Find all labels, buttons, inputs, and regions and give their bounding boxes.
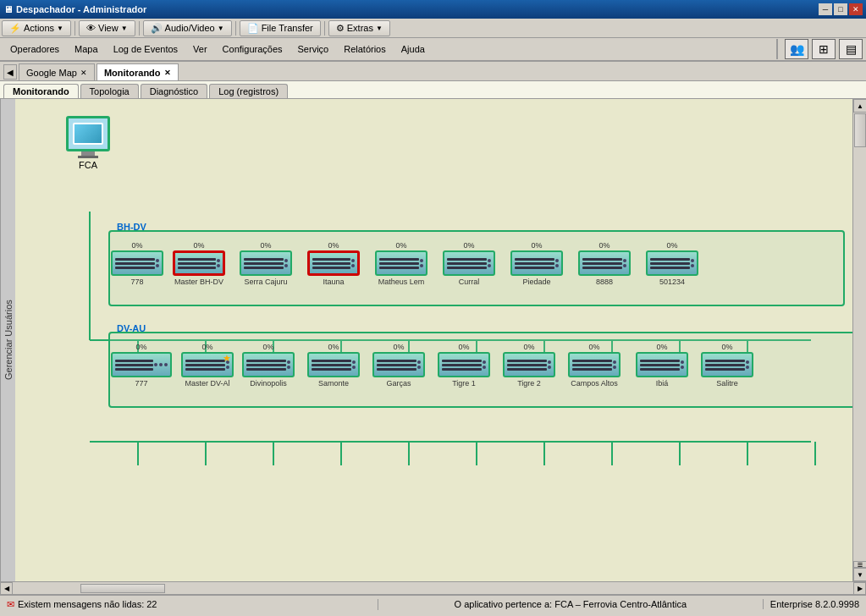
- device-tigre1-name: Tigre 1: [452, 379, 476, 388]
- device-campos-altos[interactable]: 0% Campos Altos: [568, 343, 621, 388]
- device-itauna[interactable]: 0% Itauna: [307, 241, 360, 286]
- device-778-icon: [111, 250, 163, 276]
- device-serra-cajuru[interactable]: 0% Serra Cajuru: [240, 241, 292, 286]
- scroll-left-button[interactable]: ◀: [0, 582, 13, 595]
- lightning-icon: ⚡: [9, 23, 21, 34]
- device-dots: [156, 259, 159, 267]
- eye-icon: 👁: [86, 23, 96, 33]
- h-scroll-thumb[interactable]: [80, 584, 165, 593]
- tab-nav-left[interactable]: ◀: [3, 64, 17, 80]
- sub-tab-diagnostico[interactable]: Diagnóstico: [141, 84, 207, 98]
- device-divinopolis[interactable]: 0% Divinopolis: [242, 343, 295, 388]
- device-divinopolis-name: Divinopolis: [250, 379, 287, 388]
- menubar-icons: 👥 ⊞ ▤: [776, 39, 863, 59]
- app-icon: 🖥: [3, 4, 13, 14]
- view-button[interactable]: 👁 View ▼: [79, 20, 135, 36]
- status-message: Existem mensagens não lidas: 22: [18, 599, 157, 609]
- sub-tab-log[interactable]: Log (registros): [209, 84, 288, 98]
- menu-relatorios[interactable]: Relatórios: [337, 41, 393, 57]
- menu-ajuda[interactable]: Ajuda: [394, 41, 432, 57]
- device-matheus-lem[interactable]: 0% Matheus Lem: [375, 241, 427, 286]
- panel-icon[interactable]: ▤: [839, 39, 863, 59]
- audio-video-button[interactable]: 🔊 Audio/Video ▼: [143, 20, 232, 36]
- device-778-name: 778: [130, 278, 143, 286]
- audio-icon: 🔊: [151, 23, 163, 34]
- menu-operadores[interactable]: Operadores: [3, 41, 66, 57]
- vertical-scrollbar[interactable]: ▲ ≡ ▼: [852, 99, 866, 581]
- device-lines: [115, 258, 155, 269]
- menubar: Operadores Mapa Log de Eventos Ver Confi…: [0, 38, 866, 62]
- toolbar-separator-3: [235, 21, 236, 36]
- scroll-up-button[interactable]: ▲: [853, 99, 866, 113]
- device-501234[interactable]: 0% 501234: [646, 241, 698, 286]
- actions-button[interactable]: ⚡ Actions ▼: [2, 20, 71, 36]
- device-master-bhdv-percent: 0%: [193, 241, 204, 250]
- scroll-thumb[interactable]: [854, 113, 866, 147]
- device-778[interactable]: 0% 778: [111, 241, 163, 286]
- device-piedade[interactable]: 0% Piedade: [510, 241, 563, 286]
- status-bar: ✉ Existem mensagens não lidas: 22 O apli…: [0, 594, 866, 613]
- sub-tab-monitorando[interactable]: Monitorando: [3, 84, 79, 98]
- menu-servico[interactable]: Serviço: [291, 41, 336, 57]
- device-master-bhdv-name: Master BH-DV: [174, 278, 223, 286]
- file-transfer-button[interactable]: 📄 File Transfer: [240, 20, 321, 36]
- view-arrow-icon: ▼: [121, 25, 128, 32]
- tab-close-google-map[interactable]: ✕: [80, 69, 87, 77]
- menu-configuracoes[interactable]: Configurações: [216, 41, 290, 57]
- status-right: Enterprise 8.2.0.9998: [763, 599, 866, 609]
- status-mid: O aplicativo pertence a: FCA – Ferrovia …: [378, 599, 763, 609]
- device-tigre2-name: Tigre 2: [517, 379, 541, 388]
- side-panel[interactable]: Gerenciar Usuários: [0, 99, 15, 581]
- device-piedade-name: Piedade: [522, 278, 550, 286]
- close-button[interactable]: ✕: [849, 3, 863, 15]
- menu-mapa[interactable]: Mapa: [68, 41, 105, 57]
- status-left: ✉ Existem mensagens não lidas: 22: [0, 599, 378, 610]
- device-samonte-name: Samonte: [318, 379, 349, 388]
- fca-icon: [66, 116, 110, 151]
- device-salitre-name: Salitre: [716, 379, 738, 388]
- menu-log-eventos[interactable]: Log de Eventos: [107, 41, 185, 57]
- scroll-right-button[interactable]: ▶: [853, 582, 866, 595]
- device-tigre1[interactable]: 0% Tigre 1: [438, 343, 490, 388]
- device-salitre[interactable]: 0% Salitre: [701, 343, 753, 388]
- monitor-base: [78, 156, 98, 158]
- device-8888[interactable]: 0% 8888: [578, 241, 631, 286]
- menu-ver[interactable]: Ver: [186, 41, 214, 57]
- device-garcas[interactable]: 0% Garças: [372, 343, 425, 388]
- maximize-button[interactable]: □: [834, 3, 847, 15]
- sub-tab-topologia[interactable]: Topologia: [80, 84, 139, 98]
- users-icon[interactable]: 👥: [785, 39, 808, 59]
- canvas-area[interactable]: FCA: [15, 99, 852, 581]
- fca-label: FCA: [79, 160, 97, 170]
- grid-icon[interactable]: ⊞: [812, 39, 836, 59]
- scroll-down-button[interactable]: ▼: [853, 568, 866, 581]
- device-tigre2[interactable]: 0% Tigre 2: [503, 343, 555, 388]
- device-garcas-name: Garças: [386, 379, 411, 388]
- tab-close-monitorando[interactable]: ✕: [164, 69, 171, 77]
- device-777-name: 777: [135, 379, 147, 388]
- device-master-bhdv-icon: [173, 250, 225, 276]
- title-bar: 🖥 Despachador - Administrador ─ □ ✕: [0, 0, 866, 19]
- device-ibia[interactable]: 0% Ibiá: [636, 343, 688, 388]
- extras-button[interactable]: ⚙ Extras ▼: [328, 20, 390, 36]
- device-master-dval[interactable]: 0% ★ Master DV-Al: [181, 343, 234, 388]
- device-777[interactable]: 0% 777: [111, 343, 172, 388]
- status-mid-text: O aplicativo pertence a: FCA – Ferrovia …: [455, 599, 687, 609]
- monitor-screen: [73, 123, 103, 145]
- tab-monitorando[interactable]: Monitorando ✕: [97, 63, 179, 80]
- tabs-row: ◀ Google Map ✕ Monitorando ✕: [0, 62, 866, 81]
- h-scroll-track: [13, 583, 853, 594]
- device-serra-cajuru-name: Serra Cajuru: [244, 278, 287, 286]
- bhdv-group-label: BH-DV: [117, 222, 146, 232]
- device-curral[interactable]: 0% Curral: [443, 241, 495, 286]
- message-icon: ✉: [7, 599, 14, 610]
- topology-container: FCA: [15, 99, 852, 116]
- status-version: Enterprise 8.2.0.9998: [770, 599, 859, 609]
- horizontal-scrollbar[interactable]: ◀ ▶: [0, 581, 866, 594]
- minimize-button[interactable]: ─: [819, 3, 832, 15]
- sub-tabs: Monitorando Topologia Diagnóstico Log (r…: [0, 81, 866, 99]
- device-samonte[interactable]: 0% Samonte: [307, 343, 360, 388]
- extras-icon: ⚙: [336, 23, 345, 34]
- device-master-bhdv[interactable]: 0% Master BH-DV: [173, 241, 225, 286]
- tab-google-map[interactable]: Google Map ✕: [19, 63, 95, 80]
